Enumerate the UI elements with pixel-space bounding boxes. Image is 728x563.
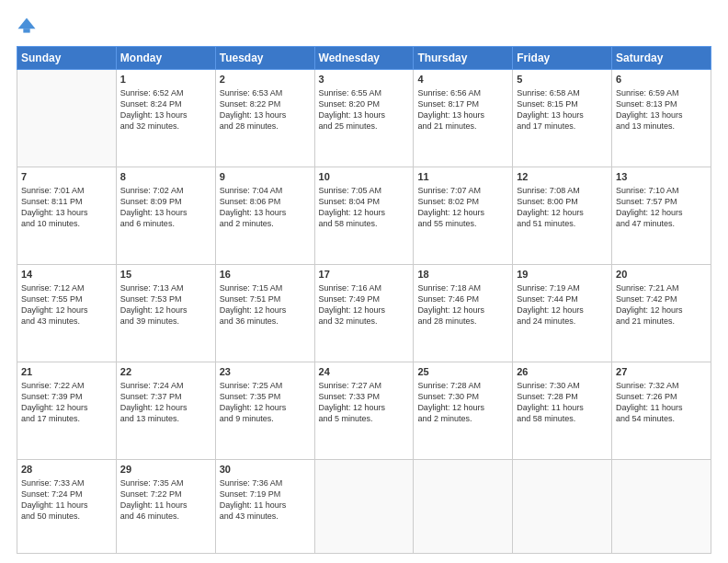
day-number: 13 <box>616 170 707 184</box>
calendar-cell: 29Sunrise: 7:35 AMSunset: 7:22 PMDayligh… <box>116 459 215 553</box>
day-info-line: and 13 minutes. <box>120 413 211 424</box>
day-info-line: Sunrise: 7:28 AM <box>417 380 508 391</box>
day-info-line: Sunrise: 7:12 AM <box>21 282 112 293</box>
day-info-line: Sunrise: 7:04 AM <box>220 185 311 196</box>
calendar-cell: 14Sunrise: 7:12 AMSunset: 7:55 PMDayligh… <box>17 264 117 362</box>
day-number: 24 <box>319 365 410 379</box>
day-info-line: Sunset: 7:42 PM <box>616 293 707 304</box>
week-row-1: 1Sunrise: 6:52 AMSunset: 8:24 PMDaylight… <box>17 70 711 167</box>
day-info-line: Daylight: 12 hours <box>120 402 211 413</box>
day-number: 15 <box>120 268 211 282</box>
day-number: 6 <box>616 73 707 86</box>
day-info-line: and 21 minutes. <box>417 121 508 132</box>
calendar-cell: 25Sunrise: 7:28 AMSunset: 7:30 PMDayligh… <box>414 362 513 459</box>
page: SundayMondayTuesdayWednesdayThursdayFrid… <box>0 0 728 563</box>
day-info-line: and 2 minutes. <box>220 218 311 229</box>
day-info-line: Sunrise: 7:05 AM <box>319 185 410 196</box>
day-info-line: Sunset: 8:06 PM <box>220 196 311 207</box>
day-info-line: and 46 minutes. <box>120 511 211 522</box>
day-info-line: Daylight: 13 hours <box>21 207 112 218</box>
day-number: 23 <box>220 365 311 379</box>
day-info-line: Sunrise: 6:56 AM <box>417 87 508 98</box>
day-number: 11 <box>417 170 508 184</box>
day-info-line: Daylight: 13 hours <box>319 109 410 121</box>
calendar-cell: 21Sunrise: 7:22 AMSunset: 7:39 PMDayligh… <box>17 362 117 459</box>
day-number: 16 <box>220 268 311 282</box>
day-info-line: Sunset: 8:02 PM <box>417 196 508 207</box>
day-info-line: Sunset: 7:51 PM <box>220 293 311 304</box>
day-info-line: Sunset: 7:35 PM <box>220 391 311 402</box>
day-info-line: and 32 minutes. <box>120 121 211 132</box>
calendar-cell: 1Sunrise: 6:52 AMSunset: 8:24 PMDaylight… <box>116 70 215 167</box>
day-number: 12 <box>517 170 608 184</box>
day-info-line: and 10 minutes. <box>21 218 112 229</box>
day-info-line: Sunset: 7:30 PM <box>417 391 508 402</box>
day-number: 25 <box>417 365 508 379</box>
calendar-cell <box>513 459 612 553</box>
day-info-line: Sunset: 8:11 PM <box>21 196 112 207</box>
day-info-line: and 5 minutes. <box>319 413 410 424</box>
day-number: 10 <box>319 170 410 184</box>
day-info-line: Sunset: 8:17 PM <box>417 98 508 109</box>
day-info-line: Sunrise: 7:22 AM <box>21 380 112 391</box>
day-info-line: Daylight: 11 hours <box>616 402 707 413</box>
day-info-line: Daylight: 12 hours <box>417 304 508 316</box>
day-info-line: Sunrise: 7:18 AM <box>417 282 508 293</box>
calendar-cell: 16Sunrise: 7:15 AMSunset: 7:51 PMDayligh… <box>215 264 314 362</box>
calendar-cell: 17Sunrise: 7:16 AMSunset: 7:49 PMDayligh… <box>314 264 414 362</box>
header <box>17 17 711 37</box>
calendar-cell: 15Sunrise: 7:13 AMSunset: 7:53 PMDayligh… <box>116 264 215 362</box>
day-header-friday: Friday <box>513 47 612 70</box>
day-info-line: Daylight: 12 hours <box>21 304 112 316</box>
day-info-line: Sunset: 7:57 PM <box>616 196 707 207</box>
day-info-line: and 28 minutes. <box>417 316 508 327</box>
day-info-line: Daylight: 13 hours <box>220 109 311 121</box>
day-info-line: Sunrise: 7:32 AM <box>616 380 707 391</box>
day-info-line: and 47 minutes. <box>616 218 707 229</box>
day-info-line: Sunset: 7:39 PM <box>21 391 112 402</box>
day-info-line: Sunset: 7:24 PM <box>21 488 112 500</box>
day-number: 8 <box>120 170 211 184</box>
day-info-line: Daylight: 13 hours <box>517 109 608 121</box>
day-info-line: and 51 minutes. <box>517 218 608 229</box>
day-info-line: Daylight: 12 hours <box>517 207 608 218</box>
day-info-line: Sunrise: 7:19 AM <box>517 282 608 293</box>
day-info-line: and 50 minutes. <box>21 511 112 522</box>
day-info-line: Sunset: 8:15 PM <box>517 98 608 109</box>
calendar-cell <box>414 459 513 553</box>
day-info-line: Sunset: 7:46 PM <box>417 293 508 304</box>
week-row-4: 21Sunrise: 7:22 AMSunset: 7:39 PMDayligh… <box>17 362 711 459</box>
day-info-line: Daylight: 12 hours <box>319 402 410 413</box>
day-header-monday: Monday <box>116 47 215 70</box>
day-number: 1 <box>120 73 211 86</box>
day-header-tuesday: Tuesday <box>215 47 314 70</box>
day-info-line: Daylight: 11 hours <box>21 500 112 511</box>
day-info-line: Sunrise: 7:10 AM <box>616 185 707 196</box>
day-info-line: and 9 minutes. <box>220 413 311 424</box>
day-info-line: Sunset: 8:00 PM <box>517 196 608 207</box>
day-info-line: Sunrise: 7:24 AM <box>120 380 211 391</box>
calendar-cell <box>17 70 117 167</box>
day-info-line: Sunrise: 6:52 AM <box>120 87 211 98</box>
svg-rect-1 <box>23 29 29 32</box>
day-header-sunday: Sunday <box>17 47 117 70</box>
calendar-cell: 11Sunrise: 7:07 AMSunset: 8:02 PMDayligh… <box>414 167 513 264</box>
day-info-line: Daylight: 12 hours <box>319 304 410 316</box>
week-row-2: 7Sunrise: 7:01 AMSunset: 8:11 PMDaylight… <box>17 167 711 264</box>
day-info-line: Daylight: 12 hours <box>616 304 707 316</box>
calendar-cell: 22Sunrise: 7:24 AMSunset: 7:37 PMDayligh… <box>116 362 215 459</box>
day-number: 4 <box>417 73 508 86</box>
day-info-line: Sunrise: 7:13 AM <box>120 282 211 293</box>
day-info-line: Sunrise: 7:16 AM <box>319 282 410 293</box>
day-info-line: Daylight: 12 hours <box>417 207 508 218</box>
day-number: 5 <box>517 73 608 86</box>
day-info-line: Daylight: 13 hours <box>120 207 211 218</box>
day-info-line: Daylight: 11 hours <box>120 500 211 511</box>
day-info-line: Sunrise: 7:25 AM <box>220 380 311 391</box>
day-info-line: Sunset: 7:26 PM <box>616 391 707 402</box>
day-info-line: and 25 minutes. <box>319 121 410 132</box>
calendar-cell: 26Sunrise: 7:30 AMSunset: 7:28 PMDayligh… <box>513 362 612 459</box>
day-info-line: and 17 minutes. <box>21 413 112 424</box>
day-info-line: Sunset: 7:55 PM <box>21 293 112 304</box>
calendar-cell: 5Sunrise: 6:58 AMSunset: 8:15 PMDaylight… <box>513 70 612 167</box>
